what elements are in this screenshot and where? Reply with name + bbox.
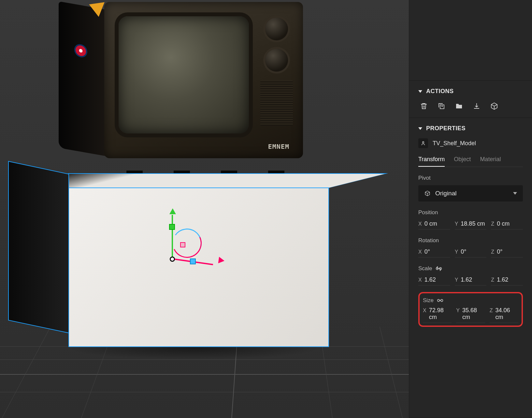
duplicate-button[interactable]: [437, 102, 446, 110]
gizmo-origin[interactable]: [170, 257, 175, 262]
sidebar-top-spacer: [409, 0, 532, 81]
sticker-triangle-icon: [89, 2, 106, 18]
size-x-field[interactable]: X72.98 cm: [423, 307, 452, 323]
tv-model[interactable]: EMNEM: [59, 2, 309, 174]
link-icon[interactable]: [437, 298, 443, 303]
position-group: Position X0 cm Y18.85 cm Z0 cm: [418, 209, 523, 230]
position-y-field[interactable]: Y18.85 cm: [455, 220, 487, 230]
scale-z-field[interactable]: Z1.62: [491, 276, 523, 286]
trash-icon: [420, 102, 428, 110]
property-tabs: Transform Object Material: [418, 156, 523, 167]
tv-knob-top: [265, 18, 288, 40]
tv-speaker-grille: [260, 80, 293, 126]
gizmo-y-arrow-icon[interactable]: [169, 208, 176, 214]
cube-icon: [490, 102, 498, 110]
position-z-field[interactable]: Z0 cm: [491, 220, 523, 230]
gizmo-y-axis[interactable]: [172, 215, 173, 257]
gizmo-y-handle[interactable]: [169, 224, 175, 230]
properties-header[interactable]: PROPERTIES: [418, 125, 523, 132]
actions-title: ACTIONS: [426, 88, 454, 95]
import-button[interactable]: [472, 102, 481, 110]
gizmo-z-handle[interactable]: [190, 258, 196, 264]
svg-point-1: [423, 142, 424, 143]
3d-viewport[interactable]: EMNEM: [0, 0, 409, 418]
box-button[interactable]: [490, 102, 498, 110]
mesh-icon: [420, 140, 426, 146]
pivot-label: Pivot: [418, 175, 523, 181]
properties-sidebar: ACTIONS PROPERTIES: [409, 0, 532, 418]
rotation-group: Rotation X0° Y0° Z0°: [418, 237, 523, 258]
delete-button[interactable]: [420, 102, 428, 110]
gizmo-plane-handle[interactable]: [180, 242, 185, 247]
position-label: Position: [418, 209, 523, 216]
tv-brand-label: EMNEM: [268, 143, 289, 150]
size-y-field[interactable]: Y35.68 cm: [456, 307, 485, 323]
sticker-shield-icon: [74, 43, 87, 58]
scale-y-field[interactable]: Y1.62: [455, 276, 487, 286]
chevron-down-icon: [418, 127, 422, 130]
transform-gizmo[interactable]: [165, 208, 223, 267]
actions-header[interactable]: ACTIONS: [418, 88, 523, 95]
rotation-z-field[interactable]: Z0°: [491, 248, 523, 258]
tab-material[interactable]: Material: [480, 156, 501, 167]
object-type-icon: [418, 138, 428, 148]
pivot-dropdown[interactable]: Original: [418, 185, 523, 202]
duplicate-icon: [438, 102, 445, 110]
tv-screen: [119, 16, 249, 133]
object-name-label[interactable]: TV_Shelf_Model: [433, 140, 476, 147]
rotation-x-field[interactable]: X0°: [418, 248, 450, 258]
cube-outline-icon: [424, 190, 431, 197]
object-name-row: TV_Shelf_Model: [418, 138, 523, 148]
pivot-group: Pivot Original: [418, 175, 523, 202]
scale-group: Scale X1.62 Y1.62 Z1.62: [418, 265, 523, 286]
size-group-highlighted: Size X72.98 cm Y35.68 cm Z34.06 cm: [418, 292, 523, 327]
gizmo-rotation-arc-pink[interactable]: [168, 224, 206, 262]
folder-button[interactable]: [455, 102, 463, 110]
shelf-side-face: [8, 161, 69, 333]
size-label: Size: [423, 297, 518, 304]
scale-x-field[interactable]: X1.62: [418, 276, 450, 286]
download-icon: [473, 102, 481, 110]
size-z-field[interactable]: Z34.06 cm: [490, 307, 518, 323]
chevron-down-icon: [418, 90, 422, 93]
actions-section: ACTIONS: [409, 81, 532, 118]
rotation-y-field[interactable]: Y0°: [455, 248, 487, 258]
tab-object[interactable]: Object: [454, 156, 471, 167]
properties-section: PROPERTIES TV_Shelf_Model Transform Obje…: [409, 118, 532, 418]
chevron-down-icon: [513, 192, 517, 195]
link-icon[interactable]: [436, 266, 442, 271]
tv-knob-bottom: [265, 49, 288, 72]
gizmo-x-arrow-icon[interactable]: [218, 257, 225, 264]
properties-title: PROPERTIES: [426, 125, 466, 132]
tv-control-panel: [259, 18, 295, 138]
tab-transform[interactable]: Transform: [418, 156, 445, 167]
tv-front: EMNEM: [104, 2, 303, 158]
position-x-field[interactable]: X0 cm: [418, 220, 450, 230]
scale-label: Scale: [418, 265, 523, 272]
tv-side: [59, 1, 107, 156]
rotation-label: Rotation: [418, 237, 523, 244]
pivot-value: Original: [435, 190, 456, 197]
folder-icon: [455, 102, 463, 110]
